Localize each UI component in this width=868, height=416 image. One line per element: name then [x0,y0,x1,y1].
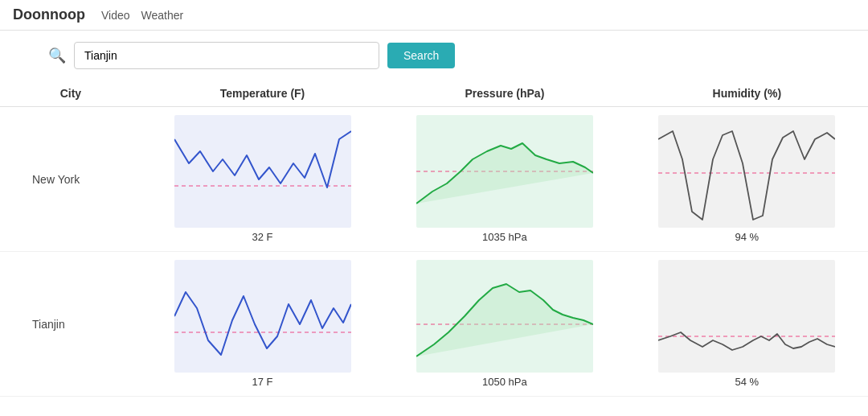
search-bar: 🔍 Search [0,31,868,80]
col-header-city: City [0,80,141,107]
city-label: Tianjin [0,252,141,397]
temp-chart-newyork [174,115,351,228]
nav-item-weather[interactable]: Weather [141,9,184,22]
city-label: New York [0,107,141,252]
temp-polyline-newyork [174,131,351,187]
pressure-chart-newyork [416,115,593,228]
pressure-value-tianjin: 1050 hPa [391,376,617,388]
humidity-value-newyork: 94 % [634,231,860,243]
humidity-chart-newyork [658,115,835,228]
temp-chart-tianjin [174,260,351,373]
humidity-chart-cell-tianjin: 54 % [626,252,868,397]
nav-item-video[interactable]: Video [101,9,130,22]
temp-value-newyork: 32 F [149,231,375,243]
search-input[interactable] [74,42,379,69]
temp-polyline-tianjin [174,292,351,355]
humidity-polyline-tianjin [658,332,835,350]
pressure-polyline-tianjin [416,284,593,356]
temp-chart-cell-newyork: 32 F [141,107,383,252]
table-row: New York 32 F [0,107,868,252]
temp-svg-tianjin [174,260,351,373]
humidity-svg-tianjin [658,260,835,373]
temp-value-tianjin: 17 F [149,376,375,388]
weather-table: City Temperature (F) Pressure (hPa) Humi… [0,80,868,397]
pressure-polyline-newyork [416,143,593,204]
pressure-chart-cell-newyork: 1035 hPa [383,107,625,252]
search-button[interactable]: Search [387,43,455,68]
table-row: Tianjin 17 F 10 [0,252,868,397]
pressure-chart-tianjin [416,260,593,373]
navbar: Doonnoop Video Weather [0,0,868,31]
pressure-value-newyork: 1035 hPa [391,231,617,243]
humidity-chart-tianjin [658,260,835,373]
humidity-value-tianjin: 54 % [634,376,860,388]
pressure-chart-cell-tianjin: 1050 hPa [383,252,625,397]
col-header-humidity: Humidity (%) [626,80,868,107]
temp-svg-newyork [174,115,351,228]
humidity-svg-newyork [658,115,835,228]
pressure-svg-newyork [416,115,593,228]
humidity-chart-cell-newyork: 94 % [626,107,868,252]
pressure-svg-tianjin [416,260,593,373]
brand-logo: Doonnoop [13,6,85,23]
col-header-temp: Temperature (F) [141,80,383,107]
temp-chart-cell-tianjin: 17 F [141,252,383,397]
search-icon: 🔍 [48,47,66,64]
col-header-pressure: Pressure (hPa) [383,80,625,107]
humidity-polyline-newyork [658,131,835,220]
